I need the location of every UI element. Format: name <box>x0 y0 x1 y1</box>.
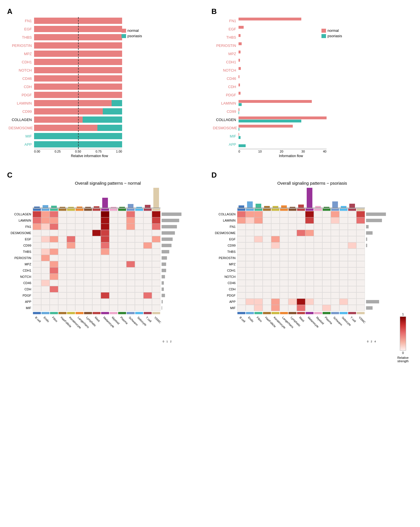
heatmap-cell <box>271 267 280 274</box>
heatmap-cell <box>339 211 348 217</box>
top-bar-cell <box>75 188 84 208</box>
heatmap-row: PERIOSTIN <box>213 255 412 261</box>
top-bar-cell <box>348 188 356 208</box>
heatmap-cell <box>33 242 41 249</box>
heatmap-cell <box>356 224 365 230</box>
bar-normal <box>239 59 240 62</box>
col-label: Endo <box>43 316 50 323</box>
heatmap-cell <box>50 211 58 217</box>
heatmap-cell <box>280 255 288 261</box>
heatmap-cell <box>280 249 288 255</box>
heatmap-title: Overall signaling patterns − normal <box>9 181 207 186</box>
heatmap-cell <box>314 299 322 305</box>
col-label: VSMC <box>358 316 366 324</box>
heatmap-cell <box>305 305 314 311</box>
heatmap-cell <box>246 217 254 224</box>
heatmap-cell <box>314 211 322 217</box>
heatmap-cell <box>101 305 109 311</box>
heatmap-cell <box>254 236 263 242</box>
heatmap-cell <box>263 217 271 224</box>
bar-normal <box>239 100 312 103</box>
heatmap-cell <box>101 286 109 292</box>
heatmap-cell <box>118 255 126 261</box>
heatmap-cell <box>314 255 322 261</box>
heatmap-cell <box>339 242 348 249</box>
col-color-chip-bottom <box>288 312 297 314</box>
heatmap-row: NOTCH <box>9 274 207 280</box>
side-bar <box>162 294 165 297</box>
heatmap-cell <box>246 280 254 286</box>
top-bar-cell <box>305 188 314 208</box>
heatmap-cell <box>33 249 41 255</box>
heatmap-cell <box>109 286 118 292</box>
heatmap-cell <box>109 274 118 280</box>
heatmap-cell <box>84 261 92 267</box>
heatmap-cell <box>143 286 152 292</box>
heatmap-cell <box>288 249 297 255</box>
panel-a-label: A <box>7 7 12 16</box>
side-bar <box>162 219 179 222</box>
heatmap-cell <box>41 292 50 299</box>
heatmap-cell <box>288 211 297 217</box>
colorbar-grad <box>400 316 406 351</box>
top-bar-cell <box>33 188 41 208</box>
col-color-chip-bottom <box>280 312 288 314</box>
heatmap-cell <box>41 242 50 249</box>
heatmap-cell <box>297 236 305 242</box>
heatmap-cell <box>314 286 322 292</box>
heatmap-cell <box>322 230 331 236</box>
x-tick: 0.50 <box>75 150 81 153</box>
bar-row: MPZ <box>9 50 145 57</box>
side-bar <box>366 219 382 222</box>
heatmap-cell <box>143 224 152 230</box>
row-label: PDGF <box>9 294 33 297</box>
heatmap-cell <box>135 274 143 280</box>
heatmap-cell <box>135 292 143 299</box>
heatmap-cell <box>280 242 288 249</box>
bar-row: MIF <box>9 132 145 140</box>
heatmap-cell <box>356 230 365 236</box>
colorbar-label-top: 1 <box>402 313 404 316</box>
heatmap-cell <box>246 261 254 267</box>
heatmap-cell <box>101 249 109 255</box>
heatmap-cell <box>109 261 118 267</box>
heatmap-cell <box>58 267 67 274</box>
heatmap-cell <box>152 217 160 224</box>
col-color-chip-bottom <box>314 312 322 314</box>
heatmap-cell <box>314 280 322 286</box>
heatmap-cell <box>356 286 365 292</box>
heatmap-cell <box>348 305 356 311</box>
side-bar <box>162 275 165 278</box>
col-color-chip <box>237 208 246 211</box>
col-color-chip-bottom <box>356 312 365 314</box>
side-bar <box>366 306 373 310</box>
bar-normal <box>34 100 112 106</box>
bar-label: PDGF <box>9 93 34 97</box>
row-label: CDH <box>213 288 237 291</box>
heatmap-cell <box>254 242 263 249</box>
col-color-chip <box>101 208 109 211</box>
top-bar-cell <box>331 188 339 208</box>
bar-row: CDH <box>213 83 344 90</box>
x-tick: 0.75 <box>95 150 101 153</box>
panel-d-label: D <box>212 171 217 180</box>
heatmap-cell <box>118 261 126 267</box>
heatmap-cell <box>58 280 67 286</box>
heatmap-cell <box>271 242 280 249</box>
col-label: VSMC <box>154 316 162 324</box>
col-color-chip <box>67 208 75 211</box>
row-label: CD46 <box>213 281 237 285</box>
bar-normal <box>239 67 241 70</box>
heatmap-cell <box>271 249 280 255</box>
heatmap-cell <box>33 305 41 311</box>
heatmap-cell <box>75 211 84 217</box>
col-label: T cell <box>145 316 152 323</box>
heatmap-cell <box>271 224 280 230</box>
col-label: B cell <box>34 316 41 323</box>
row-label: LAMININ <box>9 219 33 222</box>
heatmap-cell <box>356 236 365 242</box>
heatmap-cell <box>271 280 280 286</box>
heatmap-cell <box>50 236 58 242</box>
bar-normal <box>239 51 241 53</box>
heatmap-cell <box>237 249 246 255</box>
